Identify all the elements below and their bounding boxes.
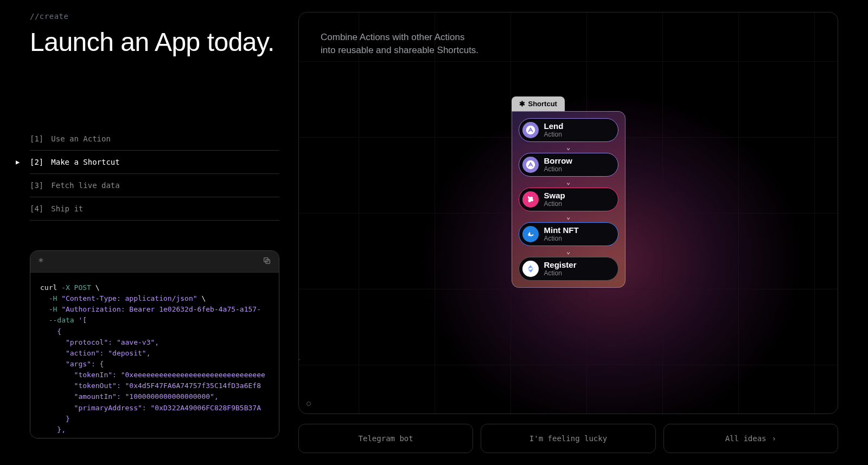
- chevron-down-icon: ⌄: [519, 144, 618, 151]
- step-item[interactable]: [3]Fetch live data: [30, 174, 279, 197]
- copy-icon[interactable]: [263, 256, 271, 267]
- connector-line: [298, 359, 300, 382]
- step-number: [4]: [30, 204, 43, 213]
- action-sublabel: Action: [544, 235, 579, 242]
- code-card: * curl -X POST \ -H "Content-Type: appli…: [30, 250, 279, 438]
- code-content: curl -X POST \ -H "Content-Type: applica…: [40, 282, 279, 435]
- shortcut-tab: ✱ Shortcut: [512, 96, 565, 111]
- action-sublabel: Action: [544, 270, 577, 277]
- code-body[interactable]: curl -X POST \ -H "Content-Type: applica…: [30, 273, 279, 438]
- steps-list: [1]Use an Action▶[2]Make a Shortcut[3]Fe…: [30, 127, 279, 221]
- step-item[interactable]: ▶[2]Make a Shortcut: [30, 151, 279, 174]
- action-pill[interactable]: RegisterAction: [519, 257, 618, 281]
- play-icon: ▶: [16, 158, 20, 166]
- action-sublabel: Action: [544, 131, 564, 138]
- action-pill[interactable]: BorrowAction: [519, 153, 618, 177]
- action-name: Register: [544, 261, 577, 270]
- step-number: [1]: [30, 134, 43, 143]
- canvas: Combine Actions with other Actions into …: [298, 12, 838, 414]
- step-label: Fetch live data: [51, 181, 119, 190]
- action-sublabel: Action: [544, 166, 573, 173]
- action-pill[interactable]: SwapAction: [519, 188, 618, 211]
- chevron-down-icon: ⌄: [519, 248, 618, 255]
- telegram-bot-button[interactable]: Telegram bot: [298, 424, 473, 453]
- chevron-right-icon: ›: [772, 434, 776, 443]
- shortcut-widget: ✱ Shortcut LendAction⌄BorrowAction⌄SwapA…: [512, 96, 626, 288]
- step-label: Use an Action: [51, 134, 111, 143]
- action-name: Borrow: [544, 157, 573, 166]
- feeling-lucky-button[interactable]: I'm feeling lucky: [481, 424, 655, 453]
- shortcut-tab-label: Shortcut: [528, 100, 557, 108]
- protocol-icon: [522, 191, 539, 208]
- star-icon: *: [38, 256, 44, 267]
- action-name: Mint NFT: [544, 226, 579, 235]
- chevron-down-icon: ⌄: [519, 179, 618, 185]
- star-icon: ✱: [519, 100, 525, 108]
- protocol-icon: [522, 261, 539, 277]
- protocol-icon: [522, 157, 539, 173]
- connector-dot: [307, 402, 311, 406]
- protocol-icon: [522, 122, 539, 138]
- all-ideas-button[interactable]: All ideas›: [663, 424, 838, 453]
- page-title: Launch an App today.: [30, 27, 279, 57]
- action-sublabel: Action: [544, 201, 565, 208]
- action-pill[interactable]: Mint NFTAction: [519, 222, 618, 246]
- action-name: Lend: [544, 122, 564, 131]
- chevron-down-icon: ⌄: [519, 214, 618, 220]
- canvas-description: Combine Actions with other Actions into …: [321, 31, 538, 57]
- step-label: Ship it: [51, 204, 83, 213]
- step-label: Make a Shortcut: [51, 158, 119, 166]
- step-number: [2]: [30, 158, 43, 166]
- eyebrow: //create: [30, 12, 279, 21]
- action-pill[interactable]: LendAction: [519, 118, 618, 142]
- step-number: [3]: [30, 181, 43, 190]
- step-item[interactable]: [1]Use an Action: [30, 127, 279, 151]
- protocol-icon: [522, 226, 539, 242]
- step-item[interactable]: [4]Ship it: [30, 197, 279, 221]
- action-name: Swap: [544, 191, 565, 201]
